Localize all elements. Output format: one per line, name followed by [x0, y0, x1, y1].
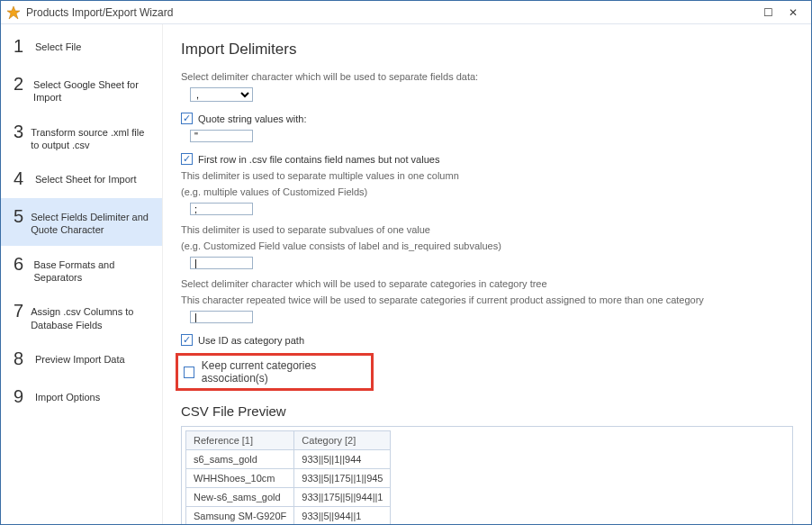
- keep-associations-label: Keep current categories association(s): [202, 359, 365, 385]
- page-title: Import Delimiters: [181, 41, 793, 59]
- step-7-assign-columns[interactable]: 7 Assign .csv Columns to Database Fields: [1, 293, 162, 340]
- keep-associations-checkbox[interactable]: [184, 367, 194, 378]
- multi-value-delimiter-input[interactable]: [190, 203, 253, 215]
- titlebar: Products Import/Export Wizard ☐ ✕: [1, 1, 811, 24]
- use-id-label: Use ID as category path: [198, 335, 304, 346]
- preview-title: CSV File Preview: [181, 403, 793, 419]
- col-category: Category [2]: [294, 431, 391, 450]
- multi-value-desc2: (e.g. multiple values of Customized Fiel…: [181, 186, 793, 197]
- step-4-select-sheet[interactable]: 4 Select Sheet for Import: [1, 160, 162, 198]
- app-icon: [6, 5, 21, 20]
- category-desc2: This character repeated twice will be us…: [181, 294, 793, 305]
- table-row: New-s6_sams_gold 933||175||5||944||1: [186, 488, 391, 507]
- quote-label: Quote string values with:: [198, 113, 306, 124]
- wizard-content: Import Delimiters Select delimiter chara…: [163, 24, 811, 524]
- csv-preview-box: Reference [1] Category [2] s6_sams_gold …: [181, 426, 793, 524]
- csv-preview-table: Reference [1] Category [2] s6_sams_gold …: [185, 430, 391, 524]
- field-delimiter-desc: Select delimiter character which will be…: [181, 71, 793, 82]
- firstrow-label: First row in .csv file contains field na…: [198, 154, 439, 165]
- table-row: Samsung SM-G920F 933||5||944||1: [186, 507, 391, 525]
- wizard-steps-sidebar: 1 Select File 2 Select Google Sheet for …: [1, 24, 163, 524]
- step-5-delimiters[interactable]: 5 Select Fields Delimiter and Quote Char…: [1, 198, 162, 246]
- step-9-options[interactable]: 9 Import Options: [1, 378, 162, 416]
- subvalue-desc1: This delimiter is used to separate subva…: [181, 224, 793, 235]
- col-reference: Reference [1]: [186, 431, 294, 450]
- step-8-preview[interactable]: 8 Preview Import Data: [1, 340, 162, 378]
- svg-marker-0: [7, 6, 20, 19]
- quote-checkbox[interactable]: [181, 113, 193, 124]
- keep-associations-highlight: Keep current categories association(s): [176, 353, 374, 391]
- use-id-checkbox[interactable]: [181, 334, 193, 346]
- window-title: Products Import/Export Wizard: [26, 6, 755, 19]
- quote-input[interactable]: [190, 130, 253, 142]
- multi-value-desc1: This delimiter is used to separate multi…: [181, 170, 793, 181]
- maximize-button[interactable]: ☐: [755, 6, 780, 19]
- step-3-transform[interactable]: 3 Transform source .xml file to output .…: [1, 113, 162, 161]
- close-button[interactable]: ✕: [780, 6, 806, 19]
- step-1-select-file[interactable]: 1 Select File: [1, 28, 162, 66]
- table-row: s6_sams_gold 933||5||1||944: [186, 450, 391, 469]
- field-delimiter-select[interactable]: ,: [190, 87, 253, 102]
- step-2-google-sheet[interactable]: 2 Select Google Sheet for Import: [1, 66, 162, 113]
- table-row: WHHShoes_10cm 933||5||175||1||945: [186, 469, 391, 488]
- firstrow-checkbox[interactable]: [181, 153, 193, 165]
- subvalue-desc2: (e.g. Customized Field value consists of…: [181, 240, 793, 251]
- step-6-formats[interactable]: 6 Base Formats and Separators: [1, 246, 162, 294]
- subvalue-delimiter-input[interactable]: [190, 257, 253, 269]
- category-delimiter-input[interactable]: [190, 311, 253, 323]
- table-header-row: Reference [1] Category [2]: [186, 431, 391, 450]
- category-desc1: Select delimiter character which will be…: [181, 278, 793, 289]
